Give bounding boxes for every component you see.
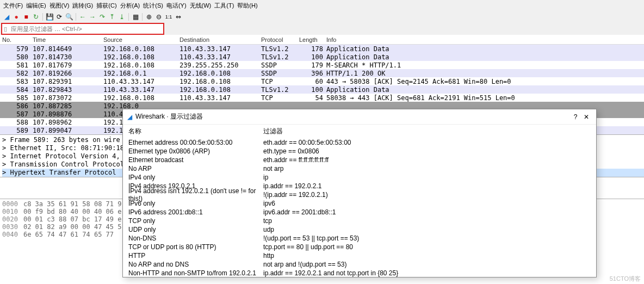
stop-icon[interactable]: ■ <box>22 13 30 21</box>
col-protocol[interactable]: Protocol <box>261 36 299 43</box>
display-filter-bar[interactable]: ▯ <box>1 23 164 35</box>
menu-item[interactable]: 无线(W) <box>190 2 212 10</box>
jump-icon[interactable]: ↷ <box>98 13 107 21</box>
watermark: 51CTO博客 <box>610 275 641 283</box>
dialog-titlebar: ◢ Wireshark · 显示过滤器 ? ✕ <box>123 109 596 125</box>
dialog-title: Wireshark · 显示过滤器 <box>135 112 203 121</box>
col-no[interactable]: No. <box>0 36 33 43</box>
forward-icon[interactable]: → <box>88 13 97 21</box>
menu-item[interactable]: 编辑(E) <box>26 2 46 10</box>
filter-row[interactable]: HTTPhttp <box>128 251 591 260</box>
filter-row[interactable]: No ARPnot arp <box>128 164 591 173</box>
back-icon[interactable]: ← <box>78 13 87 21</box>
filter-row[interactable]: Non-DNS!(udp.port == 53 || tcp.port == 5… <box>128 234 591 243</box>
filter-row[interactable]: IPv6 onlyipv6 <box>128 199 591 208</box>
zoom-out-icon[interactable]: ⊖ <box>154 13 163 21</box>
col-destination[interactable]: Destination <box>179 36 261 43</box>
menu-item[interactable]: 跳转(G) <box>72 2 93 10</box>
filter-list[interactable]: Ethernet address 00:00:5e:00:53:00eth.ad… <box>123 138 596 277</box>
packet-row[interactable]: 584107.829843110.43.33.147192.168.0.108T… <box>0 85 644 94</box>
col-info[interactable]: Info <box>326 36 644 43</box>
separator <box>42 13 43 21</box>
zoom-reset-icon[interactable]: 1:1 <box>164 13 173 21</box>
packet-row[interactable]: 579107.814649192.168.0.108110.43.33.147T… <box>0 45 644 53</box>
packet-list-header: No. Time Source Destination Protocol Len… <box>0 35 644 45</box>
filter-row[interactable]: TCP onlytcp <box>128 217 591 225</box>
filter-row[interactable]: Ethernet address 00:00:5e:00:53:00eth.ad… <box>128 138 591 147</box>
filter-row[interactable]: Ethernet broadcasteth.addr == ff:ff:ff:f… <box>128 156 591 164</box>
menu-bar: 文件(F)编辑(E)视图(V)跳转(G)捕获(C)分析(A)统计(S)电话(Y)… <box>0 0 644 11</box>
packet-row[interactable]: 583107.829391110.43.33.147192.168.0.108T… <box>0 77 644 85</box>
menu-item[interactable]: 文件(F) <box>3 2 23 10</box>
shark-icon: ◢ <box>2 13 11 21</box>
header-name[interactable]: 名称 <box>128 127 263 136</box>
col-length[interactable]: Length <box>299 36 326 43</box>
packet-row[interactable]: 581107.817679192.168.0.108239.255.255.25… <box>0 61 644 69</box>
header-filter[interactable]: 过滤器 <box>263 127 283 136</box>
filter-row[interactable]: Ethernet type 0x0806 (ARP)eth.type == 0x… <box>128 147 591 156</box>
help-button[interactable]: ? <box>570 113 581 121</box>
find-icon[interactable]: 🔍 <box>65 13 73 21</box>
filter-row[interactable]: IPv6 address 2001:db8::1ipv6.addr == 200… <box>128 208 591 217</box>
save-icon[interactable]: 💾 <box>45 13 54 21</box>
filter-row[interactable]: TCP or UDP port is 80 (HTTP)tcp.port == … <box>128 243 591 251</box>
menu-item[interactable]: 电话(Y) <box>166 2 187 10</box>
display-filter-dialog: ◢ Wireshark · 显示过滤器 ? ✕ 名称 过滤器 Ethernet … <box>122 109 597 277</box>
main-toolbar: ◢ ● ■ ↻ 💾 ⟳ 🔍 ← → ↷ ⤒ ⤓ ▦ ⊕ ⊖ 1:1 ⇔ <box>0 11 644 23</box>
color-icon[interactable]: ▦ <box>131 13 140 21</box>
col-source[interactable]: Source <box>103 36 179 43</box>
menu-item[interactable]: 视图(V) <box>49 2 70 10</box>
last-icon[interactable]: ⤓ <box>117 13 126 21</box>
menu-item[interactable]: 工具(T) <box>214 2 234 10</box>
resize-cols-icon[interactable]: ⇔ <box>174 13 183 21</box>
filter-row[interactable]: IPv4 address isn't 192.0.2.1 (don't use … <box>128 190 591 199</box>
menu-item[interactable]: 分析(A) <box>120 2 140 10</box>
packet-row[interactable]: 585107.873072192.168.0.108110.43.33.147T… <box>0 94 644 102</box>
reload-icon[interactable]: ⟳ <box>55 13 64 21</box>
separator <box>142 13 143 21</box>
filter-row[interactable]: No ARP and no DNSnot arp and !(udp.port … <box>128 260 591 269</box>
packet-row[interactable]: 582107.819266192.168.0.1192.168.0.108SSD… <box>0 69 644 77</box>
restart-icon[interactable]: ↻ <box>32 13 40 21</box>
filter-row[interactable]: Non-HTTP and non-SMTP to/from 192.0.2.1i… <box>128 269 591 277</box>
menu-item[interactable]: 捕获(C) <box>96 2 116 10</box>
separator <box>76 13 76 21</box>
col-time[interactable]: Time <box>33 36 103 43</box>
dialog-column-headers: 名称 过滤器 <box>123 125 596 138</box>
close-button[interactable]: ✕ <box>581 113 592 121</box>
packet-row[interactable]: 580107.814730192.168.0.108110.43.33.147T… <box>0 53 644 61</box>
separator <box>128 13 129 21</box>
bookmark-icon[interactable]: ▯ <box>2 26 9 33</box>
display-filter-input[interactable] <box>9 24 163 33</box>
first-icon[interactable]: ⤒ <box>108 13 116 21</box>
record-icon[interactable]: ● <box>12 13 21 21</box>
filter-row[interactable]: UDP onlyudp <box>128 225 591 234</box>
filter-row[interactable]: IPv4 onlyip <box>128 173 591 182</box>
menu-item[interactable]: 统计(S) <box>143 2 163 10</box>
menu-item[interactable]: 帮助(H) <box>237 2 257 10</box>
zoom-in-icon[interactable]: ⊕ <box>145 13 153 21</box>
shark-icon: ◢ <box>127 113 132 121</box>
